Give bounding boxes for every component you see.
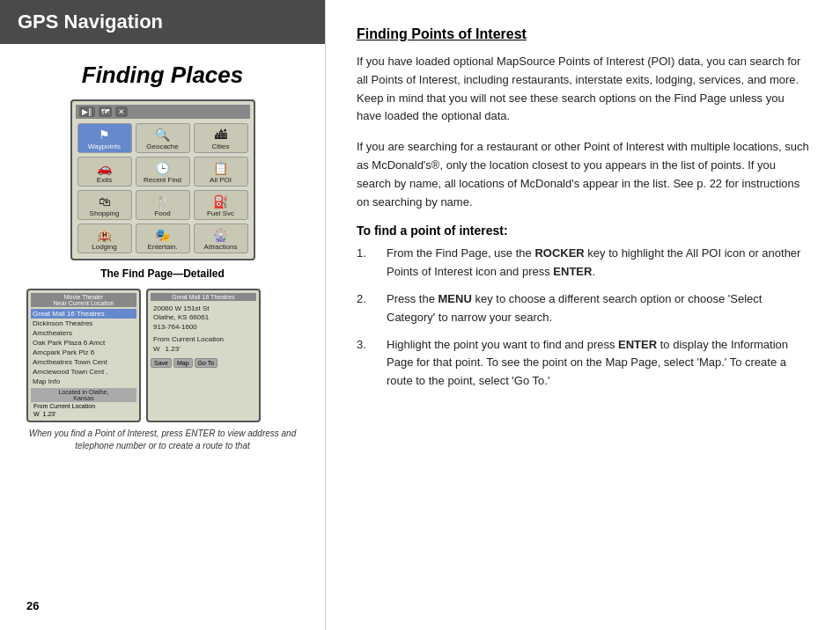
step-1: From the Find Page, use the ROCKER key t…: [357, 245, 809, 282]
detail-phone: 913-764-1600: [153, 323, 254, 332]
section-title: Finding Points of Interest: [357, 26, 809, 42]
device-cell-waypoints: ⚑ Waypoints: [77, 123, 132, 153]
paragraph-1: If you have loaded optional MapSource Po…: [357, 53, 809, 126]
list-distance-label: From Current Location: [31, 402, 136, 410]
list-bearing: W: [33, 411, 40, 417]
device-screen-main: ▶‖ 🗺 ✕ ⚑ Waypoints 🔍 Geocache 🏙 Cities: [70, 99, 255, 260]
device-list-screen: Movie TheaterNear Current Location Great…: [26, 289, 141, 422]
waypoints-icon: ⚑: [80, 128, 129, 142]
detail-city: Olathe, KS 66061: [153, 313, 254, 322]
list-item-2: Amctheaters: [31, 328, 136, 338]
step-3-text: Highlight the point you want to find and…: [387, 336, 809, 391]
detail-bearing: W: [153, 345, 160, 354]
exits-icon: 🚗: [80, 161, 129, 175]
sidebar-header-text: GPS Navigation: [18, 11, 163, 33]
goto-button[interactable]: Go To: [195, 358, 218, 368]
fuel-icon: ⛽: [196, 194, 246, 209]
sidebar-content: Finding Places ▶‖ 🗺 ✕ ⚑ Waypoints 🔍 Geoc…: [0, 44, 325, 630]
device-cell-recent-find: 🕒 Recent Find: [136, 157, 190, 187]
page-number: 26: [26, 599, 39, 612]
detail-miles: 1.23': [166, 345, 181, 354]
list-miles: 1.23': [43, 411, 56, 417]
list-screen-header: Movie TheaterNear Current Location: [31, 293, 136, 307]
caption-text: When you find a Point of Interest, press…: [26, 428, 298, 452]
step-2: Press the MENU key to choose a different…: [357, 290, 809, 327]
list-item-1: Dickinson Theatres: [31, 319, 136, 328]
list-item-selected: Great Mall 16 Theatres: [31, 309, 136, 319]
list-bearing-row: W 1.23': [31, 410, 136, 418]
device-cell-all-poi: 📋 All POI: [194, 157, 248, 187]
step-2-text: Press the MENU key to choose a different…: [387, 290, 809, 327]
device-cell-cities: 🏙 Cities: [194, 123, 248, 153]
attractions-icon: 🎡: [196, 228, 246, 242]
device-cell-shopping: 🛍 Shopping: [77, 190, 132, 220]
device-icon-grid: ⚑ Waypoints 🔍 Geocache 🏙 Cities 🚗 Exits …: [76, 121, 250, 255]
detail-screen-body: 20060 W 151st St Olathe, KS 66061 913-76…: [151, 303, 256, 355]
enter-bold-2: ENTER: [618, 338, 657, 351]
device-detail-screen: Great Mall 16 Theatres 20060 W 151st St …: [146, 289, 261, 422]
device-cell-lodging: 🏨 Lodging: [77, 223, 132, 253]
map-info: Map Info: [31, 377, 136, 386]
detail-from-location: From Current Location: [153, 335, 254, 344]
save-button[interactable]: Save: [151, 358, 172, 368]
map-button[interactable]: Map: [173, 358, 193, 368]
step-3: Highlight the point you want to find and…: [357, 336, 809, 391]
lodging-icon: 🏨: [80, 228, 129, 242]
list-item-3: Oak Park Plaza 6 Amct: [31, 338, 136, 348]
device-top-bar: ▶‖ 🗺 ✕: [76, 105, 250, 119]
detail-bearing-row: W 1.23': [153, 345, 254, 354]
rocker-bold: ROCKER: [534, 246, 584, 260]
list-item-5: Amctheatres Town Cent: [31, 357, 136, 367]
device-cell-exits: 🚗 Exits: [77, 157, 132, 187]
device-icon-x: ✕: [115, 106, 128, 117]
main-content: Finding Points of Interest If you have l…: [326, 0, 840, 630]
device-icon-play: ▶‖: [79, 106, 95, 117]
subsection-title: To find a point of interest:: [357, 223, 809, 238]
list-item-4: Amcpark Park Plz 6: [31, 348, 136, 357]
all-poi-icon: 📋: [196, 161, 246, 175]
detail-screen-header: Great Mall 16 Theatres: [151, 293, 256, 301]
finding-places-title: Finding Places: [26, 62, 298, 89]
device-icon-map: 🗺: [99, 106, 112, 117]
paragraph-2: If you are searching for a restaurant or…: [357, 138, 809, 211]
step-1-text: From the Find Page, use the ROCKER key t…: [387, 245, 809, 282]
detail-address: 20060 W 151st St: [153, 304, 254, 313]
find-page-label: The Find Page—Detailed: [26, 267, 298, 280]
cities-icon: 🏙: [196, 128, 246, 142]
device-cell-food: 🍴 Food: [136, 190, 190, 220]
geocache-icon: 🔍: [138, 128, 188, 142]
steps-list: From the Find Page, use the ROCKER key t…: [357, 245, 809, 391]
device-cell-attractions: 🎡 Attractions: [194, 223, 248, 253]
detail-screen-footer: Save Map Go To: [151, 358, 256, 368]
menu-bold: MENU: [438, 292, 472, 305]
recent-find-icon: 🕒: [138, 161, 188, 175]
entertainment-icon: 🎭: [138, 228, 188, 242]
food-icon: 🍴: [138, 194, 188, 209]
device-cell-geocache: 🔍 Geocache: [136, 123, 190, 153]
shopping-icon: 🛍: [80, 194, 129, 209]
device-cell-entertainment: 🎭 Entertain.: [136, 223, 190, 253]
sidebar: GPS Navigation Finding Places ▶‖ 🗺 ✕ ⚑ W…: [0, 0, 326, 630]
list-footer-location: Located in Olathe,Kansas: [31, 388, 136, 402]
list-item-6: Amclewood Town Cent .: [31, 367, 136, 377]
sidebar-header: GPS Navigation: [0, 0, 325, 44]
enter-bold-1: ENTER: [553, 265, 592, 278]
device-screens-row: Movie TheaterNear Current Location Great…: [26, 289, 298, 422]
device-cell-fuel: ⛽ Fuel Svc: [194, 190, 248, 220]
